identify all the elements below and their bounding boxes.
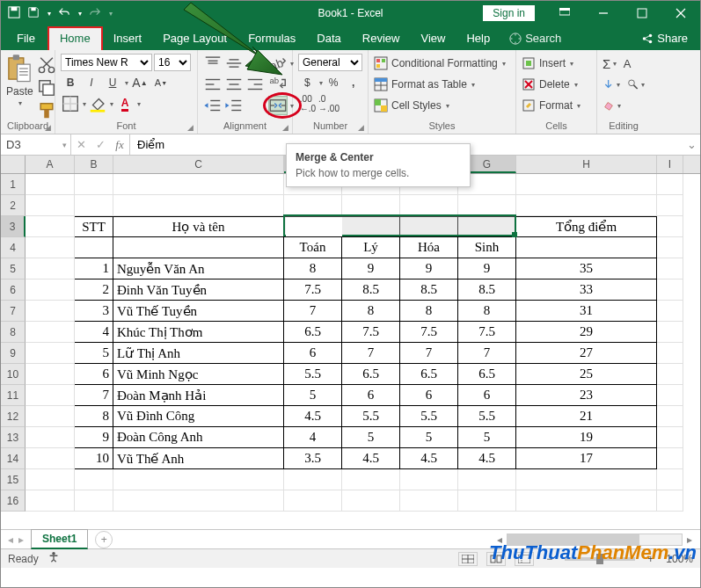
delete-cells-button[interactable]: Delete▾ bbox=[522, 75, 591, 94]
cell[interactable] bbox=[657, 279, 683, 301]
row-header-8[interactable]: 8 bbox=[1, 322, 26, 343]
row-header-12[interactable]: 12 bbox=[1, 406, 26, 427]
cell[interactable]: STT bbox=[75, 216, 113, 237]
accounting-format-icon[interactable]: $ bbox=[298, 73, 317, 92]
cell[interactable] bbox=[657, 301, 683, 322]
cell[interactable]: 7.5 bbox=[284, 279, 342, 301]
font-name-select[interactable]: Times New R bbox=[61, 54, 152, 71]
cell[interactable] bbox=[458, 216, 516, 237]
row-header-5[interactable]: 5 bbox=[1, 258, 26, 279]
cell[interactable] bbox=[342, 490, 400, 512]
increase-font-icon[interactable]: A▲ bbox=[130, 73, 150, 92]
cell[interactable]: 7 bbox=[458, 343, 516, 364]
cell[interactable] bbox=[284, 490, 342, 512]
cell[interactable] bbox=[113, 174, 284, 195]
cell[interactable] bbox=[26, 385, 75, 406]
row-header-16[interactable]: 16 bbox=[1, 490, 26, 512]
paste-dropdown-icon[interactable]: ▾ bbox=[18, 99, 22, 107]
cell[interactable] bbox=[26, 406, 75, 427]
paste-button[interactable]: Paste ▾ bbox=[6, 54, 33, 120]
tab-home[interactable]: Home bbox=[47, 26, 103, 50]
align-center-icon[interactable] bbox=[224, 75, 244, 94]
number-format-select[interactable]: General bbox=[298, 54, 362, 71]
cell[interactable]: 6.5 bbox=[284, 322, 342, 343]
cell[interactable] bbox=[516, 237, 657, 258]
cell[interactable]: Đoàn Mạnh Hải bbox=[113, 385, 284, 406]
cell[interactable] bbox=[26, 301, 75, 322]
tell-me-search[interactable]: Search bbox=[500, 26, 570, 50]
bold-button[interactable]: B bbox=[61, 73, 80, 92]
cell[interactable]: 3.5 bbox=[284, 448, 342, 469]
cell[interactable] bbox=[113, 469, 284, 490]
format-painter-icon[interactable] bbox=[37, 101, 56, 120]
cell[interactable]: Họ và tên bbox=[113, 216, 284, 237]
borders-icon[interactable] bbox=[61, 94, 80, 113]
qat-dropdown-icon[interactable]: ▾ bbox=[47, 10, 51, 18]
worksheet-grid[interactable]: ABCDEFGHI 12345678910111213141516 STTHọ … bbox=[1, 156, 700, 529]
cell[interactable] bbox=[26, 195, 75, 216]
redo-icon[interactable] bbox=[89, 6, 101, 21]
cell[interactable]: Điểm bbox=[284, 216, 342, 237]
cell[interactable]: 5.5 bbox=[400, 406, 458, 427]
row-header-9[interactable]: 9 bbox=[1, 343, 26, 364]
close-button[interactable] bbox=[661, 1, 700, 25]
cell[interactable] bbox=[75, 469, 113, 490]
decrease-font-icon[interactable]: A▼ bbox=[151, 73, 171, 92]
row-header-1[interactable]: 1 bbox=[1, 174, 26, 195]
undo-icon[interactable] bbox=[58, 6, 70, 21]
cell[interactable] bbox=[113, 195, 284, 216]
cell[interactable]: 7.5 bbox=[400, 322, 458, 343]
cancel-formula-icon[interactable]: ✕ bbox=[71, 138, 91, 151]
cell[interactable]: 33 bbox=[516, 279, 657, 301]
cell[interactable]: Hóa bbox=[400, 237, 458, 258]
cell[interactable]: 8 bbox=[458, 301, 516, 322]
cell[interactable]: 7 bbox=[342, 343, 400, 364]
font-size-select[interactable]: 16 bbox=[154, 54, 191, 71]
cell[interactable]: 17 bbox=[516, 448, 657, 469]
minimize-button[interactable] bbox=[584, 1, 623, 25]
cell[interactable]: 4.5 bbox=[400, 448, 458, 469]
cell[interactable]: 5 bbox=[400, 427, 458, 448]
cell[interactable]: 8 bbox=[400, 301, 458, 322]
cell[interactable]: Lữ Thị Anh bbox=[113, 343, 284, 364]
cell[interactable]: 5 bbox=[458, 427, 516, 448]
cell[interactable]: 4.5 bbox=[458, 448, 516, 469]
cell[interactable] bbox=[26, 174, 75, 195]
cell[interactable]: 10 bbox=[75, 448, 113, 469]
cell[interactable]: 8 bbox=[75, 406, 113, 427]
row-header-7[interactable]: 7 bbox=[1, 301, 26, 322]
column-header-A[interactable]: A bbox=[26, 156, 75, 173]
cell[interactable]: Vũ Thế Anh bbox=[113, 448, 284, 469]
cell[interactable]: 6.5 bbox=[342, 364, 400, 385]
conditional-formatting-button[interactable]: Conditional Formatting▾ bbox=[374, 54, 510, 73]
wrap-text-icon[interactable]: ab bbox=[268, 75, 288, 94]
row-header-4[interactable]: 4 bbox=[1, 237, 26, 258]
cell[interactable]: Nguyễn Văn An bbox=[113, 258, 284, 279]
cell[interactable]: Sinh bbox=[458, 237, 516, 258]
cell[interactable]: 4.5 bbox=[342, 448, 400, 469]
sheet-tab-sheet1[interactable]: Sheet1 bbox=[31, 529, 88, 549]
cell[interactable]: 9 bbox=[400, 258, 458, 279]
tab-data[interactable]: Data bbox=[306, 26, 351, 50]
dialog-launcher-icon[interactable]: ◢ bbox=[187, 123, 194, 132]
find-icon[interactable] bbox=[627, 78, 639, 91]
cell[interactable]: 6 bbox=[400, 385, 458, 406]
cell[interactable] bbox=[400, 469, 458, 490]
cell[interactable] bbox=[657, 406, 683, 427]
cell[interactable] bbox=[26, 322, 75, 343]
italic-button[interactable]: I bbox=[82, 73, 101, 92]
merge-center-button[interactable] bbox=[268, 96, 288, 115]
cut-icon[interactable] bbox=[37, 55, 56, 75]
cell[interactable]: Đinh Văn Tuyền bbox=[113, 279, 284, 301]
cell[interactable] bbox=[342, 195, 400, 216]
column-header-H[interactable]: H bbox=[516, 156, 657, 173]
cell[interactable] bbox=[657, 427, 683, 448]
cell[interactable]: 23 bbox=[516, 385, 657, 406]
cell[interactable] bbox=[657, 216, 683, 237]
cell[interactable] bbox=[26, 490, 75, 512]
cell[interactable]: 19 bbox=[516, 427, 657, 448]
row-header-15[interactable]: 15 bbox=[1, 469, 26, 490]
fill-color-icon[interactable] bbox=[88, 94, 107, 113]
cell[interactable]: Toán bbox=[284, 237, 342, 258]
orientation-icon[interactable]: ab bbox=[268, 54, 288, 73]
